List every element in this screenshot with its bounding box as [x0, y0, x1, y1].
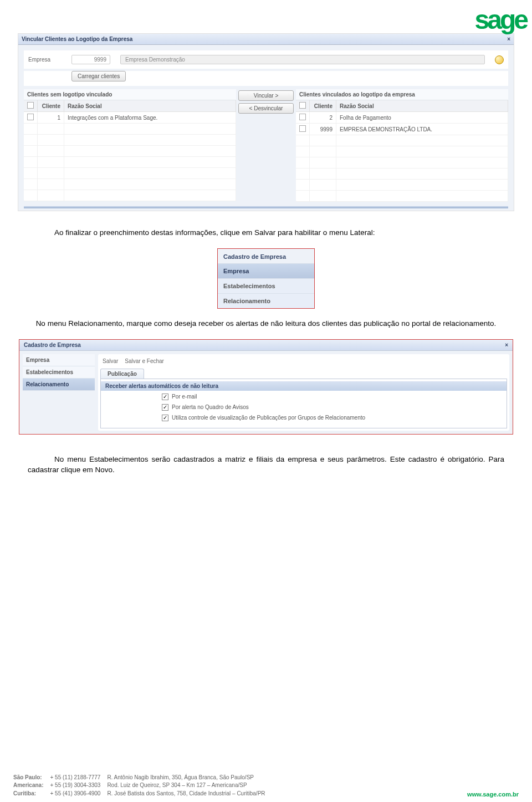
empresa-name-field: Empresa Demonstração: [120, 55, 485, 64]
carregar-clientes-button[interactable]: Carregar clientes: [71, 71, 126, 81]
checkbox[interactable]: [27, 102, 34, 109]
option-row[interactable]: ✓ Por e-mail: [101, 391, 507, 401]
footer-website-link[interactable]: www.sage.com.br: [467, 791, 519, 798]
menu-item-empresa[interactable]: Empresa: [218, 263, 314, 278]
col-cliente: Cliente: [38, 100, 64, 112]
salvar-button[interactable]: Salvar: [103, 358, 118, 364]
col-cliente: Cliente: [310, 100, 336, 112]
dialog-main: Salvar Salvar e Fechar Publicação Recebe…: [98, 354, 509, 431]
footer-phone: + 55 (11) 2188-7777: [50, 774, 100, 782]
section-subheader: Receber alertas automáticos de não leitu…: [101, 381, 507, 391]
search-icon[interactable]: [495, 55, 504, 64]
cell-razao: EMPRESA DEMONSTRAÇÃO LTDA.: [336, 124, 508, 135]
checkbox[interactable]: [299, 114, 306, 120]
checkbox[interactable]: ✓: [162, 415, 168, 421]
footer-phone: + 55 (41) 3906-4900: [50, 790, 100, 798]
table-row: [296, 180, 508, 191]
table-row: [296, 191, 508, 202]
table-row: [24, 157, 236, 168]
col-checkbox[interactable]: [296, 100, 310, 112]
dialog-cadastro-empresa: Cadastro de Empresa × Empresa Estabeleci…: [19, 340, 513, 434]
menu-item-estabelecimentos[interactable]: Estabelecimentos: [218, 278, 314, 293]
cell-cliente: 1: [38, 112, 64, 124]
table-row: [24, 124, 236, 135]
toolbar: Salvar Salvar e Fechar: [100, 356, 507, 369]
table-row: [24, 135, 236, 146]
panel-clientes-sem-logotipo: Clientes sem logotipo vinculado Cliente …: [24, 89, 236, 201]
close-icon[interactable]: ×: [507, 36, 510, 42]
table-left: Cliente Razão Social 1 Integrações com a…: [24, 100, 236, 201]
option-label: Por alerta no Quadro de Avisos: [172, 404, 249, 410]
option-label: Por e-mail: [172, 394, 197, 400]
footer-address: Rod. Luiz de Queiroz, SP 304 – Km 127 – …: [107, 781, 265, 790]
tab-publicacao[interactable]: Publicação: [100, 369, 144, 379]
checkbox[interactable]: ✓: [162, 394, 168, 400]
doc-paragraph-3: No menu Estabelecimentos serão cadastrad…: [28, 454, 504, 476]
empresa-code-field[interactable]: 9999: [71, 55, 110, 64]
col-razao: Razão Social: [336, 100, 508, 112]
cell-razao: Folha de Pagamento: [336, 112, 508, 124]
col-checkbox[interactable]: [24, 100, 38, 112]
panel-title: Clientes vinculados ao logotipo da empre…: [296, 89, 508, 100]
table-row: [24, 179, 236, 190]
brand-logo: sage: [475, 4, 526, 35]
footer-city: Curitiba:: [13, 790, 43, 798]
empresa-label: Empresa: [28, 57, 62, 63]
sidebar-item-empresa[interactable]: Empresa: [23, 354, 95, 366]
table-row[interactable]: 1 Integrações com a Plataforma Sage.: [24, 112, 236, 124]
checkbox[interactable]: ✓: [162, 404, 168, 411]
option-row[interactable]: ✓ Por alerta no Quadro de Avisos: [101, 401, 507, 412]
divider: [24, 206, 508, 208]
desvincular-button[interactable]: < Desvincular: [238, 103, 294, 114]
cell-cliente: 2: [310, 112, 336, 124]
option-row[interactable]: ✓ Utiliza controle de visualização de Pu…: [101, 412, 507, 422]
dialog-vincular-clientes: Vincular Clientes ao Logotipo da Empresa…: [18, 33, 514, 211]
footer-city: Americana:: [13, 781, 43, 790]
table-row: [24, 146, 236, 157]
cell-cliente: 9999: [310, 124, 336, 135]
sidebar: Empresa Estabelecimentos Relacionamento: [23, 354, 95, 431]
table-row[interactable]: 9999 EMPRESA DEMONSTRAÇÃO LTDA.: [296, 124, 508, 135]
menu-title: Cadastro de Empresa: [218, 249, 314, 263]
dialog-title: Vincular Clientes ao Logotipo da Empresa: [22, 36, 132, 42]
dialog-title: Cadastro de Empresa: [24, 342, 81, 348]
vincular-button[interactable]: Vincular >: [238, 90, 294, 101]
page-footer: São Paulo: Americana: Curitiba: + 55 (11…: [13, 774, 519, 798]
table-row: [296, 168, 508, 180]
option-label: Utiliza controle de visualização de Publ…: [172, 415, 365, 421]
cell-razao: Integrações com a Plataforma Sage.: [64, 112, 236, 124]
doc-paragraph-1: Ao finalizar o preenchimento destas info…: [28, 228, 504, 238]
sidebar-item-estabelecimentos[interactable]: Estabelecimentos: [23, 366, 95, 379]
panel-clientes-vinculados: Clientes vinculados ao logotipo da empre…: [296, 89, 508, 202]
close-icon[interactable]: ×: [505, 342, 508, 348]
salvar-fechar-button[interactable]: Salvar e Fechar: [125, 358, 164, 364]
checkbox[interactable]: [27, 114, 34, 120]
table-row: [24, 190, 236, 201]
checkbox[interactable]: [299, 102, 306, 109]
table-row: [296, 135, 508, 146]
doc-paragraph-2: No menu Relacionamento, marque como dese…: [33, 319, 499, 329]
table-row: [296, 157, 508, 168]
footer-city: São Paulo:: [13, 774, 43, 782]
table-row: [296, 146, 508, 157]
link-buttons: Vincular > < Desvincular: [238, 89, 294, 114]
footer-address: R. José Batista dos Santos, 758, Cidade …: [107, 790, 265, 798]
menu-cadastro-empresa: Cadastro de Empresa Empresa Estabelecime…: [217, 248, 315, 309]
table-row[interactable]: 2 Folha de Pagamento: [296, 112, 508, 124]
col-razao: Razão Social: [64, 100, 236, 112]
footer-address: R. Antônio Nagib Ibrahim, 350, Água Bran…: [107, 774, 265, 782]
footer-phone: + 55 (19) 3004-3303: [50, 781, 100, 790]
menu-item-relacionamento[interactable]: Relacionamento: [218, 293, 314, 308]
panel-title: Clientes sem logotipo vinculado: [24, 89, 236, 100]
checkbox[interactable]: [299, 125, 306, 132]
table-row: [24, 168, 236, 179]
tab-body: Receber alertas automáticos de não leitu…: [100, 379, 507, 428]
table-right: Cliente Razão Social 2 Folha de Pagament…: [296, 100, 508, 202]
sidebar-item-relacionamento[interactable]: Relacionamento: [23, 379, 95, 391]
